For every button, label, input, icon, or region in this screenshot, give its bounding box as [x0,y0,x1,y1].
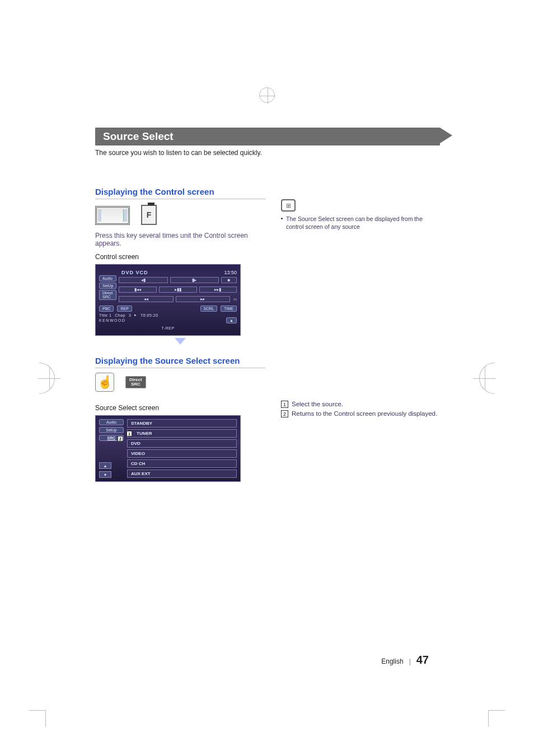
cs-playpause-button[interactable]: ▸▮▮ [159,287,197,293]
src-tab-icon [148,203,154,205]
cs-step-back-button[interactable]: ◂▮ [119,277,167,283]
sss-side-column: Audio SetUp SRC 2 ▲ ▼ [99,419,124,478]
cs-ffwd-button[interactable]: ▸▸ [176,296,230,302]
sss-scroll-down-button[interactable]: ▼ [99,471,111,478]
crop-mark-left [41,370,57,386]
block-displaying-source-select: Displaying the Source Select screen ☝ Di… [95,356,265,482]
cs-clock: 13:50 [224,270,237,275]
note-icon: ⊞ [281,199,296,212]
right-column: ⊞ The Source Select screen can be displa… [281,187,440,482]
cs-pbc-button[interactable]: PBC [99,306,114,312]
sss-item-standby[interactable]: STANDBY [127,419,237,428]
cs-scrl-button[interactable]: SCRL [200,306,218,312]
cs-row3: ◂◂ ▸▸ IN [119,296,237,302]
sss-src-button-wrap: SRC 2 [99,435,124,441]
cs-mode-row: PBC REP SCRL TIME [99,306,237,312]
note-bullet-row: The Source Select screen can be displaye… [281,215,440,231]
cs-next-button[interactable]: ▸▸▮ [199,287,237,293]
faceplate-button[interactable] [95,206,130,225]
cs-title: DVD VCD [121,270,148,275]
section-intro: The source you wish to listen to can be … [95,149,440,157]
callout-list: 1 Select the source. 2 Returns to the Co… [281,401,440,417]
sss-item-tuner-label: TUNER [137,431,152,436]
control-screen-label: Control screen [95,253,265,261]
cs-setup-button[interactable]: SetUp [99,283,116,289]
cs-brand: KENWOOD [99,318,125,322]
cs-eject-button[interactable]: ▲ [226,317,237,323]
cs-prev-button[interactable]: ▮◂◂ [119,287,157,293]
crop-mark-top [259,87,275,103]
callout-number-2: 2 [281,410,288,417]
hardware-buttons-row: F [95,205,265,225]
cs-status-play-icon: ▸ [134,313,137,317]
manual-page: Source Select The source you wish to lis… [0,0,534,756]
direct-src-touch-button[interactable]: Direct SRC [125,376,146,388]
sss-setup-button[interactable]: SetUp [99,427,124,433]
footer-language: English [381,658,403,665]
cs-audio-button[interactable]: Audio [99,275,116,281]
footer-separator: | [409,658,411,665]
sss-item-cdch[interactable]: CD CH [127,459,237,468]
callout-text-1: Select the source. [292,401,343,407]
sss-scroll-up-button[interactable]: ▲ [99,462,111,469]
touch-hand-icon: ☝ [95,373,114,392]
callout-text-2: Returns to the Control screen previously… [292,410,437,417]
crop-mark-right [477,370,493,386]
cs-header-row: DVD VCD 13:50 [99,270,237,275]
sss-audio-button[interactable]: Audio [99,419,124,425]
press-instruction: Press this key several times unit the Co… [95,232,265,247]
callout-row-2: 2 Returns to the Control screen previous… [281,410,440,417]
page-content: Source Select The source you wish to lis… [95,128,440,482]
cs-rep-button[interactable]: REP [117,306,132,312]
cs-in-indicator: IN [233,298,237,301]
two-column-layout: Displaying the Control screen F Press th… [95,187,440,482]
cs-status-num: 3 [129,313,131,317]
bullet-icon [281,218,283,219]
cs-status-time: T0:05:20 [140,313,158,317]
cs-status-chap: Chap [115,313,125,317]
cs-status-row: Title 1 Chap 3 ▸ T0:05:20 [99,313,237,317]
crop-corner-br [488,710,505,727]
cs-step-fwd-button[interactable]: ▮▸ [170,277,219,283]
footer-page-number: 47 [416,654,429,666]
sss-item-dvd[interactable]: DVD [127,439,237,448]
cs-time-button[interactable]: TIME [221,306,237,312]
down-arrow-icon [175,338,186,345]
cs-transport-grid: ◂▮ ▮▸ ■ ▮◂◂ ▸▮▮ ▸▸▮ ◂◂ [119,275,237,302]
heading-rule-2 [95,368,265,368]
section-title: Source Select [103,130,174,142]
cs-stop-button[interactable]: ■ [221,277,237,283]
cs-side-buttons: Audio SetUp Direct SRC [99,275,116,302]
note-block: ⊞ The Source Select screen can be displa… [281,199,440,231]
cs-direct-src-button[interactable]: Direct SRC [99,290,116,300]
block-displaying-control-screen: Displaying the Control screen F Press th… [95,187,265,345]
cs-row2: ▮◂◂ ▸▮▮ ▸▸▮ [119,287,237,293]
heading-source-select: Displaying the Source Select screen [95,356,265,365]
sss-item-tuner[interactable]: 1 TUNER [127,429,237,438]
f-button[interactable]: F [141,205,157,225]
control-screen-mock: DVD VCD 13:50 Audio SetUp Direct SRC [95,264,241,336]
crop-corner-bl [29,710,46,727]
cs-body: Audio SetUp Direct SRC ◂▮ ▮▸ ■ [99,275,237,302]
callout-number-1: 1 [281,401,288,408]
sss-item-video[interactable]: VIDEO [127,449,237,458]
callout-row-1: 1 Select the source. [281,401,440,408]
cs-row1: ◂▮ ▮▸ ■ [119,277,237,283]
cs-trep-row: T-REP [99,326,237,331]
callout-badge-1: 1 [127,431,132,436]
left-column: Displaying the Control screen F Press th… [95,187,265,482]
note-text: The Source Select screen can be displaye… [286,215,440,231]
heading-control-screen: Displaying the Control screen [95,187,265,196]
cs-trep-label: T-REP [161,326,174,330]
sss-item-auxext[interactable]: AUX EXT [127,469,237,478]
f-button-label: F [147,210,152,219]
source-select-screen-label: Source Select screen [95,404,265,412]
callout-badge-2: 2 [118,436,123,442]
cs-status-title: Title 1 [99,313,111,317]
sss-source-list: STANDBY 1 TUNER DVD VIDEO CD CH AUX EXT [127,419,237,478]
page-footer: English | 47 [381,654,429,666]
section-title-bar: Source Select [95,128,440,145]
source-select-screen-mock: Audio SetUp SRC 2 ▲ ▼ [95,415,241,482]
cs-brand-row: KENWOOD ▲ [99,317,237,323]
cs-rewind-button[interactable]: ◂◂ [119,296,173,302]
